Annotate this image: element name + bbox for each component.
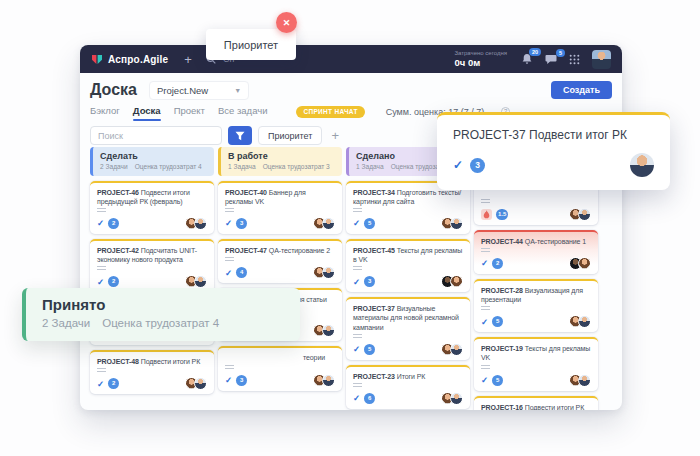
check-icon: ✓ [225,376,232,385]
kanban-card[interactable]: PROJECT-37Визуальные материалы для новой… [346,297,470,359]
avatar [450,343,463,356]
card-code: PROJECT-46 [97,189,139,196]
card-footer: ✓ 5 [481,374,591,387]
column-header: В работе 1 Задача Оценка трудозатрат 3 [218,147,342,176]
check-icon: ✓ [353,219,360,228]
column-estimate: Оценка трудозатрат 4 [135,163,202,170]
kanban-card[interactable]: PROJECT-46Подвести итоги предыдущей РК (… [90,181,214,234]
avatar [322,324,335,337]
card-title: PROJECT-47QA-тестирование 2 [225,246,335,255]
estimate-badge: 5 [364,218,375,229]
card-text: теории [303,354,325,361]
tab-all-tasks[interactable]: Все задачи [218,105,268,119]
estimate-badge: 2 [492,258,503,269]
column-cards: PROJECT-34Подготовить тексты/картинки дл… [346,181,470,409]
apps-grid-icon[interactable] [569,54,580,65]
create-button[interactable]: Создать [551,81,612,99]
check-icon: ✓ [453,158,463,172]
card-footer: ✓ 2 [481,257,591,270]
card-code: PROJECT-48 [97,358,139,365]
notifications-badge: 20 [529,48,541,56]
card-title: PROJECT-46Подвести итоги предыдущей РК (… [97,188,207,206]
kanban-card[interactable]: PROJECT-16Подвести итоги РК ✓ [474,396,598,410]
kanban-card[interactable]: PROJECT-44QA-тестирование 1 ✓ 2 [474,230,598,274]
add-filter-button[interactable]: + [331,128,339,143]
kanban-card[interactable]: PROJECT-19Тексты для рекламы VK ✓ 5 [474,337,598,390]
assignee-avatars [445,392,463,405]
kanban-card[interactable]: PROJECT-23Итоги РК ✓ 6 [346,365,470,409]
card-text: Подвести итоги РК [141,358,200,365]
avatar [194,275,207,288]
estimate-badge: 3 [236,218,247,229]
description-icon [481,306,490,311]
card-footer: ✓ 3 [353,275,463,288]
project-select[interactable]: Project.New ▼ [149,81,249,100]
card-code: PROJECT-47 [225,247,267,254]
kanban-card[interactable]: PROJECT-40Баннер для рекламы VK ✓ 3 [218,181,342,234]
description-icon [97,368,106,373]
assignee-avatars [317,266,335,279]
kanban-card[interactable]: теории ✓ 3 [218,346,342,390]
card-code: PROJECT-44 [481,238,523,245]
assignee-avatars [573,208,591,221]
card-title: PROJECT-19Тексты для рекламы VK [481,344,591,362]
description-icon [353,334,362,339]
tab-project[interactable]: Проект [174,105,205,119]
estimate-badge: 2 [108,218,119,229]
funnel-icon [235,131,245,141]
description-icon [225,365,234,370]
avatar [578,315,591,328]
page-title: Доска [90,81,137,99]
estimate-badge: 3 [470,158,485,173]
check-icon: ✓ [481,318,488,327]
add-icon[interactable]: + [184,53,192,66]
estimate-badge: 5 [364,344,375,355]
card-title: теории [225,353,335,362]
kanban-card[interactable]: PROJECT-28Визуализация для презентации ✓… [474,279,598,332]
card-footer: ✓ 5 [481,315,591,328]
messages-icon[interactable]: 5 [545,54,557,65]
zoomed-card-footer: ✓ 3 [453,153,654,177]
priority-filter-chip[interactable]: Приоритет [258,126,322,145]
assignee-avatars [189,217,207,230]
filter-funnel-button[interactable] [228,126,252,145]
notifications-bell-icon[interactable]: 20 [521,53,533,65]
priority-tooltip: Приоритет ✕ [206,29,296,60]
card-title: PROJECT-34Подготовить тексты/картинки дл… [353,188,463,206]
check-icon: ✓ [481,259,488,268]
tab-backlog[interactable]: Бэклог [90,105,120,119]
card-title: PROJECT-48Подвести итоги РК [97,357,207,366]
search-input[interactable] [90,126,222,145]
zoomed-task-card[interactable]: PROJECT-37 Подвести итог РК ✓ 3 [437,112,670,190]
kanban-card[interactable]: PROJECT-48Подвести итоги РК ✓ 2 [90,350,214,394]
card-footer: ✓ 2 [97,275,207,288]
user-avatar[interactable] [592,50,611,69]
close-icon[interactable]: ✕ [276,12,297,33]
kanban-card[interactable]: PROJECT-42Подсчитать UNIT-экономику ново… [90,239,214,292]
tab-board[interactable]: Доска [133,105,161,119]
card-footer: ✓ 4 [225,266,335,279]
zoomed-card-title: PROJECT-37 Подвести итог РК [453,128,654,142]
chevron-down-icon: ▼ [234,87,241,94]
card-footer: ✓ 3 [225,217,335,230]
description-icon [481,248,490,253]
card-title: PROJECT-16Подвести итоги РК [481,403,591,410]
column-meta: 2 Задачи Оценка трудозатрат 4 [100,163,207,170]
column-title: Сделать [100,151,207,161]
assignee-avatars [573,315,591,328]
kanban-column: Сделать 2 Задачи Оценка трудозатрат 4 PR… [90,147,214,394]
column-title: В работе [228,151,335,161]
topbar: Аспро.Agile + Сп Затрачено сегодня 0ч 0м… [80,45,622,73]
accepted-column-overlay: Принято 2 Задачи Оценка трудозатрат 4 [22,288,300,341]
estimate-badge: 1.5 [496,209,508,220]
avatar [322,374,335,387]
card-code: PROJECT-45 [353,247,395,254]
assignee-avatars [573,374,591,387]
accepted-estimate: Оценка трудозатрат 4 [102,317,219,329]
accepted-column-meta: 2 Задачи Оценка трудозатрат 4 [42,317,284,329]
avatar [450,217,463,230]
kanban-card[interactable]: PROJECT-47QA-тестирование 2 ✓ 4 [218,239,342,283]
kanban-card[interactable]: PROJECT-45Тексты для рекламы в VK ✓ 3 [346,239,470,292]
avatar [194,217,207,230]
avatar [322,217,335,230]
